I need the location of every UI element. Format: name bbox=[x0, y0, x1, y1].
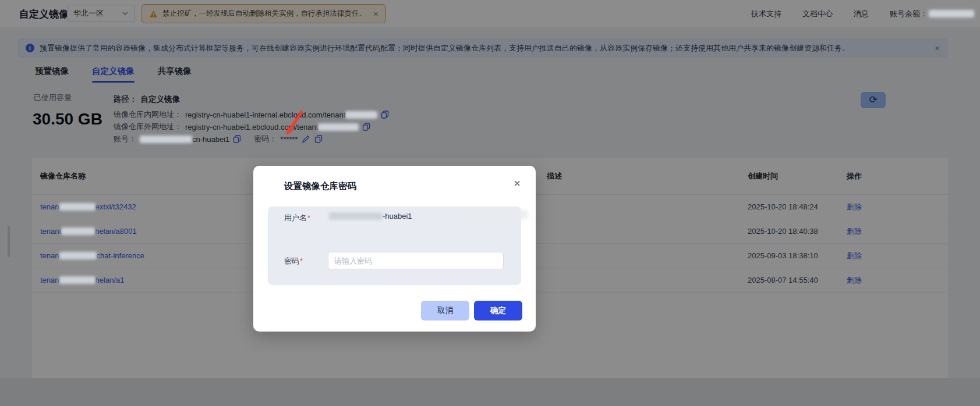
username-soft-redacted bbox=[468, 210, 528, 219]
external-address-redacted bbox=[318, 123, 359, 131]
username-redacted bbox=[329, 212, 383, 220]
password-label-text: 密码 bbox=[284, 257, 299, 265]
username-label-text: 用户名 bbox=[284, 213, 307, 222]
account-balance-redacted bbox=[929, 10, 974, 17]
cancel-button[interactable]: 取消 bbox=[421, 301, 469, 320]
repo-name-redacted bbox=[61, 227, 95, 235]
password-input[interactable] bbox=[328, 252, 504, 269]
username-value: -huabei1 bbox=[329, 212, 412, 220]
required-mark: * bbox=[300, 257, 303, 265]
account-redacted bbox=[140, 136, 192, 143]
annotation-arrow-icon bbox=[278, 108, 311, 141]
set-password-dialog: 设置镜像仓库密码 × 用户名* -huabei1 密码* 取消 确定 bbox=[253, 166, 536, 332]
close-icon[interactable]: × bbox=[514, 177, 521, 189]
repo-name-redacted bbox=[59, 203, 95, 211]
required-mark: * bbox=[307, 213, 310, 222]
app-screen: 自定义镜像 华北一区 禁止挖矿，一经发现后自动删除相关实例，自行承担法律责任。 … bbox=[0, 0, 980, 406]
repo-name-redacted bbox=[59, 252, 97, 259]
username-label: 用户名* bbox=[284, 213, 310, 223]
internal-address-redacted bbox=[345, 111, 377, 119]
password-label: 密码* bbox=[284, 256, 303, 266]
username-suffix: -huabei1 bbox=[383, 212, 412, 220]
dialog-title: 设置镜像仓库密码 bbox=[284, 180, 356, 193]
confirm-button[interactable]: 确定 bbox=[474, 301, 522, 320]
repo-name-redacted bbox=[59, 276, 95, 284]
